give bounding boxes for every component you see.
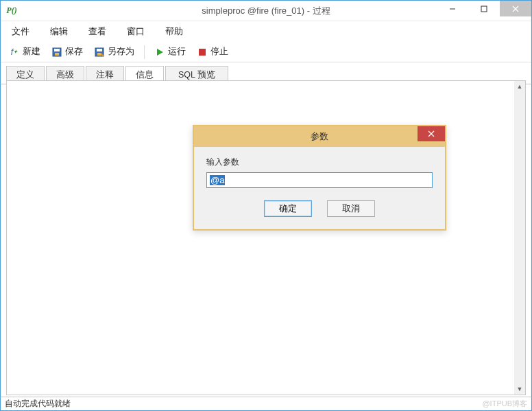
menu-help[interactable]: 帮助 <box>157 23 191 40</box>
dialog-title: 参数 <box>311 130 328 143</box>
minimize-icon <box>449 5 456 12</box>
save-as-icon <box>94 47 105 58</box>
stop-icon <box>197 47 208 58</box>
window-title: simpleproc @fire (fire_01) - 过程 <box>202 5 330 17</box>
dialog-close-button[interactable] <box>418 126 445 141</box>
window-controls <box>437 1 531 21</box>
run-label: 运行 <box>168 46 186 58</box>
parameter-input[interactable]: @a <box>206 172 433 188</box>
close-button[interactable] <box>500 1 531 16</box>
dialog-body: 输入参数 @a 确定 取消 <box>194 147 445 229</box>
dialog-button-row: 确定 取消 <box>206 200 433 217</box>
window-titlebar: P() simpleproc @fire (fire_01) - 过程 <box>1 1 531 21</box>
new-label: 新建 <box>23 46 40 58</box>
svg-rect-1 <box>481 6 487 12</box>
run-button[interactable]: 运行 <box>150 45 190 59</box>
toolbar: f✦ 新建 保存 另存为 运行 停止 <box>1 42 531 62</box>
scroll-up-icon[interactable]: ▲ <box>514 81 525 92</box>
menu-file[interactable]: 文件 <box>3 23 38 40</box>
save-as-button[interactable]: 另存为 <box>90 45 138 59</box>
status-text: 自动完成代码就绪 <box>5 398 71 410</box>
svg-marker-10 <box>157 49 163 56</box>
vertical-scrollbar[interactable]: ▲ ▼ <box>514 81 525 395</box>
watermark: @ITPUB博客 <box>482 399 527 409</box>
save-label: 保存 <box>65 46 83 58</box>
maximize-icon <box>481 5 487 12</box>
function-new-icon: f✦ <box>9 47 20 58</box>
svg-rect-8 <box>97 49 102 51</box>
statusbar: 自动完成代码就绪 @ITPUB博客 <box>1 397 531 410</box>
new-button[interactable]: f✦ 新建 <box>5 45 45 59</box>
minimize-button[interactable] <box>437 1 468 16</box>
menubar: 文件 编辑 查看 窗口 帮助 <box>1 21 531 42</box>
svg-rect-11 <box>199 49 206 56</box>
stop-label: 停止 <box>210 46 228 58</box>
menu-edit[interactable]: 编辑 <box>42 23 76 40</box>
close-icon <box>428 130 435 137</box>
svg-rect-6 <box>55 53 59 56</box>
scroll-down-icon[interactable]: ▼ <box>514 384 525 395</box>
app-icon: P() <box>6 5 17 16</box>
play-icon <box>154 47 165 58</box>
dialog-titlebar: 参数 <box>194 126 445 147</box>
save-as-label: 另存为 <box>108 46 134 58</box>
maximize-button[interactable] <box>468 1 500 16</box>
dialog-input-label: 输入参数 <box>206 156 433 168</box>
parameter-dialog: 参数 输入参数 @a 确定 取消 <box>193 125 446 231</box>
menu-view[interactable]: 查看 <box>80 23 114 40</box>
save-icon <box>51 47 62 58</box>
cancel-button[interactable]: 取消 <box>327 200 375 217</box>
menu-window[interactable]: 窗口 <box>119 23 153 40</box>
ok-button[interactable]: 确定 <box>264 200 312 217</box>
svg-rect-5 <box>54 49 60 51</box>
parameter-input-value: @a <box>210 175 225 185</box>
toolbar-separator <box>144 45 145 59</box>
close-icon <box>512 5 519 12</box>
save-button[interactable]: 保存 <box>47 45 87 59</box>
stop-button[interactable]: 停止 <box>193 45 232 59</box>
